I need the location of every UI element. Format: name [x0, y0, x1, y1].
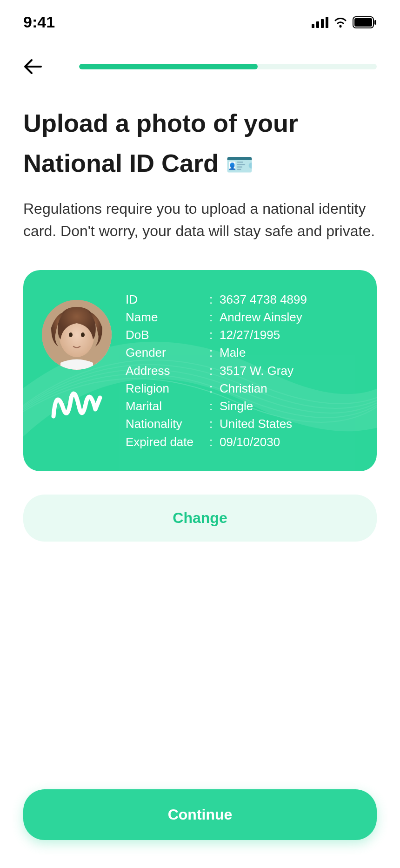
svg-rect-0	[312, 24, 314, 28]
id-card-left	[42, 291, 112, 451]
id-field-label: Gender	[126, 344, 209, 361]
id-field-row: DoB:12/27/1995	[126, 326, 353, 344]
status-time: 9:41	[23, 13, 55, 31]
id-field-value: 09/10/2030	[220, 433, 353, 451]
progress-fill	[79, 64, 258, 69]
id-field-label: Nationality	[126, 415, 209, 433]
id-field-value: 3637 4738 4899	[220, 291, 353, 308]
id-field-row: Gender:Male	[126, 344, 353, 361]
id-field-row: Religion:Christian	[126, 380, 353, 397]
title-text: Upload a photo of your National ID Card	[23, 109, 298, 177]
svg-point-11	[81, 332, 85, 337]
id-card-details: ID:3637 4738 4899Name:Andrew AinsleyDoB:…	[126, 291, 353, 451]
id-field-colon: :	[209, 308, 220, 326]
id-field-row: Nationality:United States	[126, 415, 353, 433]
id-field-value: 12/27/1995	[220, 326, 353, 344]
id-field-row: ID:3637 4738 4899	[126, 291, 353, 308]
page-title: Upload a photo of your National ID Card …	[23, 103, 377, 183]
id-field-colon: :	[209, 415, 220, 433]
id-field-value: 3517 W. Gray	[220, 362, 353, 380]
header	[0, 40, 400, 84]
signal-icon	[312, 17, 328, 28]
id-field-label: ID	[126, 291, 209, 308]
id-field-row: Address:3517 W. Gray	[126, 362, 353, 380]
id-field-label: Address	[126, 362, 209, 380]
id-field-value: United States	[220, 415, 353, 433]
wifi-icon	[333, 17, 348, 28]
svg-rect-6	[354, 18, 372, 27]
battery-icon	[353, 16, 377, 28]
avatar	[42, 300, 112, 370]
id-field-label: DoB	[126, 326, 209, 344]
svg-point-4	[340, 25, 342, 27]
id-field-value: Male	[220, 344, 353, 361]
main-content: Upload a photo of your National ID Card …	[0, 84, 400, 542]
svg-rect-3	[326, 17, 328, 28]
id-field-label: Name	[126, 308, 209, 326]
id-field-colon: :	[209, 397, 220, 415]
id-field-value: Single	[220, 397, 353, 415]
signature-icon	[49, 384, 105, 426]
id-field-colon: :	[209, 326, 220, 344]
back-button[interactable]	[23, 58, 42, 75]
status-icons	[312, 16, 377, 28]
id-card-preview: ID:3637 4738 4899Name:Andrew AinsleyDoB:…	[23, 270, 377, 471]
id-card-content: ID:3637 4738 4899Name:Andrew AinsleyDoB:…	[42, 291, 353, 451]
id-field-row: Marital:Single	[126, 397, 353, 415]
status-bar: 9:41	[0, 0, 400, 40]
id-field-row: Expired date:09/10/2030	[126, 433, 353, 451]
change-button[interactable]: Change	[23, 495, 377, 542]
id-field-colon: :	[209, 433, 220, 451]
arrow-left-icon	[23, 58, 42, 75]
page-description: Regulations require you to upload a nati…	[23, 197, 377, 242]
id-field-value: Christian	[220, 380, 353, 397]
id-field-colon: :	[209, 362, 220, 380]
svg-rect-2	[321, 19, 324, 28]
id-field-label: Marital	[126, 397, 209, 415]
id-field-colon: :	[209, 344, 220, 361]
id-field-row: Name:Andrew Ainsley	[126, 308, 353, 326]
id-field-label: Expired date	[126, 433, 209, 451]
svg-rect-7	[374, 20, 376, 25]
svg-point-10	[69, 332, 73, 337]
progress-bar	[79, 64, 377, 69]
id-field-colon: :	[209, 380, 220, 397]
id-field-colon: :	[209, 291, 220, 308]
continue-button[interactable]: Continue	[23, 789, 377, 840]
id-card-emoji: 🪪	[226, 153, 253, 177]
id-field-value: Andrew Ainsley	[220, 308, 353, 326]
svg-rect-1	[316, 21, 319, 28]
id-field-label: Religion	[126, 380, 209, 397]
